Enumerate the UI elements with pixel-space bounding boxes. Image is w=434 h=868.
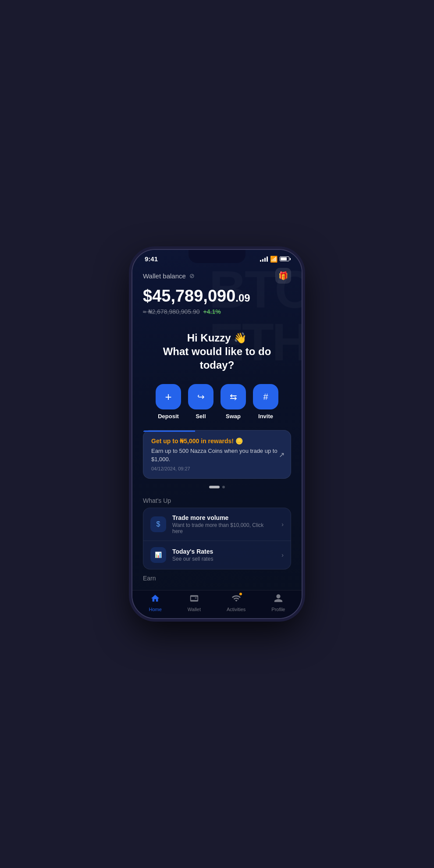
banner-card[interactable]: Get up to ₦5,000 in rewards! 🪙 Earn up t… bbox=[143, 430, 291, 478]
notch bbox=[189, 250, 245, 263]
todays-rates-chevron: › bbox=[281, 551, 284, 559]
deposit-button[interactable]: + bbox=[156, 384, 181, 409]
activities-nav-label: Activities bbox=[227, 607, 245, 612]
wallet-icon bbox=[189, 594, 199, 605]
dot-2[interactable] bbox=[222, 486, 225, 488]
balance-main-amount: $45,789,090.09 bbox=[143, 287, 291, 306]
invite-button[interactable]: # bbox=[253, 384, 278, 409]
invite-label: Invite bbox=[258, 413, 273, 420]
todays-rates-item[interactable]: 📊 Today's Rates See our sell rates › bbox=[143, 541, 291, 569]
home-icon bbox=[150, 594, 160, 605]
wallet-header: Wallet balance ⊘ 🎁 $45,789,090.09 ≈ ₦2,6… bbox=[132, 264, 302, 322]
todays-rates-icon: 📊 bbox=[150, 547, 166, 563]
wallet-nav-label: Wallet bbox=[188, 607, 201, 612]
todays-rates-text: Today's Rates See our sell rates bbox=[172, 548, 275, 562]
deposit-action: + Deposit bbox=[156, 384, 181, 420]
trade-volume-icon: $ bbox=[150, 516, 166, 532]
status-time: 9:41 bbox=[145, 255, 158, 263]
swap-action: ⇆ Swap bbox=[221, 384, 246, 420]
battery-icon bbox=[280, 256, 289, 261]
greeting-section: Hi Kuzzy 👋 What would like to do today? bbox=[132, 322, 302, 376]
trade-volume-subtitle: Want to trade more than $10,000, Click h… bbox=[172, 522, 275, 534]
sell-action: ↪ Sell bbox=[188, 384, 213, 420]
nav-profile[interactable]: Profile bbox=[266, 592, 290, 614]
wallet-label-text: Wallet balance bbox=[143, 272, 186, 280]
banner-top-bar bbox=[143, 430, 291, 432]
profile-icon bbox=[274, 594, 283, 605]
phone-frame: BTCETH 9:41 📶 bbox=[132, 249, 302, 619]
whats-up-section: What's Up $ Trade more volume Want to tr… bbox=[132, 490, 302, 569]
deposit-label: Deposit bbox=[158, 413, 179, 420]
greeting-text: Hi Kuzzy 👋 What would like to do today? bbox=[143, 331, 291, 372]
trade-volume-text: Trade more volume Want to trade more tha… bbox=[172, 514, 275, 534]
profile-nav-label: Profile bbox=[271, 607, 285, 612]
phone-screen: BTCETH 9:41 📶 bbox=[132, 250, 302, 618]
nav-activities[interactable]: Activities bbox=[221, 592, 251, 614]
carousel-dots bbox=[132, 482, 302, 490]
trade-volume-chevron: › bbox=[281, 521, 284, 528]
balance-change: +4.1% bbox=[203, 308, 221, 315]
signal-icon bbox=[260, 256, 268, 262]
wifi-icon: 📶 bbox=[270, 256, 277, 263]
todays-rates-title: Today's Rates bbox=[172, 548, 275, 555]
scroll-content: Wallet balance ⊘ 🎁 $45,789,090.09 ≈ ₦2,6… bbox=[132, 264, 302, 605]
banner-title: Get up to ₦5,000 in rewards! 🪙 bbox=[151, 438, 283, 445]
invite-action: # Invite bbox=[253, 384, 278, 420]
nav-home[interactable]: Home bbox=[143, 592, 167, 614]
todays-rates-subtitle: See our sell rates bbox=[172, 556, 275, 562]
banner-arrow-icon: ↗ bbox=[279, 450, 285, 459]
balance-secondary: ≈ ₦2,678,980,905.90 +4.1% bbox=[143, 308, 291, 315]
activities-icon bbox=[231, 595, 241, 605]
banner-desc: Earn up to 500 Nazza Coins when you trad… bbox=[151, 447, 283, 463]
balance-ngn: ≈ ₦2,678,980,905.90 bbox=[143, 308, 200, 315]
trade-volume-item[interactable]: $ Trade more volume Want to trade more t… bbox=[143, 508, 291, 541]
whats-up-card: $ Trade more volume Want to trade more t… bbox=[143, 508, 291, 569]
swap-label: Swap bbox=[226, 413, 241, 420]
status-icons: 📶 bbox=[260, 256, 289, 263]
eye-slash-icon[interactable]: ⊘ bbox=[189, 272, 195, 279]
dot-1[interactable] bbox=[209, 486, 220, 488]
swap-button[interactable]: ⇆ bbox=[221, 384, 246, 409]
trade-volume-title: Trade more volume bbox=[172, 514, 275, 521]
banner-section: Get up to ₦5,000 in rewards! 🪙 Earn up t… bbox=[132, 428, 302, 482]
nav-wallet[interactable]: Wallet bbox=[182, 592, 206, 614]
wallet-label-row: Wallet balance ⊘ 🎁 bbox=[143, 268, 291, 284]
banner-date: 04/12/2024, 09:27 bbox=[151, 466, 283, 471]
activities-notification-dot bbox=[239, 593, 242, 595]
activities-icon-wrap bbox=[231, 594, 241, 605]
banner-progress bbox=[143, 430, 195, 432]
action-buttons: + Deposit ↪ Sell ⇆ Swap # Invite bbox=[132, 375, 302, 428]
gift-button[interactable]: 🎁 bbox=[275, 268, 291, 284]
bottom-nav: Home Wallet bbox=[132, 590, 302, 618]
home-nav-label: Home bbox=[149, 607, 161, 612]
earn-section-label: Earn bbox=[132, 569, 302, 585]
sell-button[interactable]: ↪ bbox=[188, 384, 213, 409]
whats-up-label: What's Up bbox=[132, 492, 302, 508]
wallet-label: Wallet balance ⊘ bbox=[143, 272, 195, 280]
sell-label: Sell bbox=[196, 413, 206, 420]
